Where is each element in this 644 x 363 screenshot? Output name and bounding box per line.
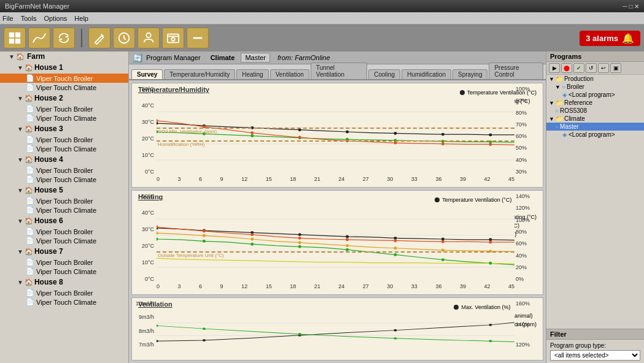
menu-tools[interactable]: Tools bbox=[21, 15, 37, 22]
house-4[interactable]: ▼ 🏠 House 4 bbox=[0, 153, 128, 166]
house7-climate[interactable]: 📄 Viper Touch Climate bbox=[0, 267, 128, 276]
prog-climate[interactable]: ▼ 📁 Climate bbox=[546, 115, 644, 123]
toolbar-person-btn[interactable] bbox=[138, 28, 160, 48]
house-6[interactable]: ▼ 🏠 House 6 bbox=[0, 215, 128, 227]
prog-local1[interactable]: ◈ <Local program> bbox=[546, 91, 644, 99]
ros-icon: ○ bbox=[555, 107, 559, 114]
prog-btn-grid[interactable]: ▣ bbox=[610, 63, 621, 73]
house-7[interactable]: ▼ 🏠 House 7 bbox=[0, 245, 128, 258]
window-controls[interactable]: ─ □ ✕ bbox=[623, 3, 639, 10]
sidebar: ▼ 🏠 Farm ▼ 🏠 House 1 📄 Viper Touch Broil… bbox=[0, 52, 129, 363]
farm-folder-icon: 🏠 bbox=[16, 53, 25, 61]
house3-climate[interactable]: 📄 Viper Touch Climate bbox=[0, 144, 128, 153]
house8-climate-label: Viper Touch Climate bbox=[36, 299, 96, 306]
toolbar-minus-btn[interactable] bbox=[187, 28, 209, 48]
house8-climate[interactable]: 📄 Viper Touch Climate bbox=[0, 297, 128, 307]
toolbar-photo-btn[interactable] bbox=[162, 28, 184, 48]
house5-climate[interactable]: 📄 Viper Touch Climate bbox=[0, 205, 128, 215]
house4-broiler[interactable]: 📄 Viper Touch Broiler bbox=[0, 166, 128, 175]
house1-label: House 1 bbox=[33, 62, 64, 73]
chart-temp-humidity: Temperature/Humidity Temperature Ventila… bbox=[131, 83, 543, 188]
house8-broiler-label: Viper Touch Broiler bbox=[36, 289, 93, 297]
house1-icon: 🏠 bbox=[25, 64, 33, 72]
toolbar-signal-btn[interactable] bbox=[28, 28, 50, 48]
farm-root[interactable]: ▼ 🏠 Farm bbox=[0, 52, 128, 61]
menu-options[interactable]: Options bbox=[44, 15, 67, 22]
tab-cooling[interactable]: Cooling bbox=[368, 69, 400, 79]
house3-broiler[interactable]: 📄 Viper Touch Broiler bbox=[0, 135, 128, 144]
prog-production[interactable]: ▼ 📁 Production bbox=[546, 75, 644, 83]
tab-survey[interactable]: Survey bbox=[131, 69, 163, 79]
main-layout: ▼ 🏠 Farm ▼ 🏠 House 1 📄 Viper Touch Broil… bbox=[0, 52, 644, 363]
svg-point-52 bbox=[298, 245, 301, 248]
svg-point-68 bbox=[298, 241, 301, 244]
tab-heating[interactable]: Heating bbox=[236, 69, 268, 79]
h4c-icon: 📄 bbox=[26, 175, 34, 183]
house-8[interactable]: ▼ 🏠 House 8 bbox=[0, 276, 128, 288]
house5-expand: ▼ bbox=[17, 187, 23, 194]
prog-ros5308[interactable]: ○ ROS5308 bbox=[546, 107, 644, 115]
house1-broiler[interactable]: 📄 Viper Touch Broiler bbox=[0, 74, 128, 83]
tab-bar: Survey Temperature/Humidity Heating Vent… bbox=[129, 64, 546, 80]
tab-spraying[interactable]: Spraying bbox=[452, 69, 487, 79]
alarm-badge[interactable]: 3 alarms 🔔 bbox=[580, 31, 640, 46]
svg-point-63 bbox=[441, 240, 444, 243]
tab-temp-humidity[interactable]: Temperature/Humidity bbox=[164, 69, 235, 79]
svg-point-82 bbox=[298, 333, 301, 335]
house2-broiler[interactable]: 📄 Viper Touch Broiler bbox=[0, 104, 128, 113]
house2-icon: 🏠 bbox=[25, 94, 33, 102]
prog-master[interactable]: ○ Master bbox=[546, 123, 644, 131]
prog-reference[interactable]: ▼ 📁 Reference bbox=[546, 99, 644, 107]
house6-expand: ▼ bbox=[17, 218, 23, 224]
chart2-y-right: 140%120%100%80%60%40%20%0% bbox=[514, 191, 538, 282]
toolbar-edit-btn[interactable] bbox=[88, 28, 111, 48]
svg-rect-2 bbox=[9, 39, 14, 44]
alarm-icon: 🔔 bbox=[622, 32, 634, 44]
ref-label: Reference bbox=[564, 99, 592, 106]
menu-file[interactable]: File bbox=[2, 15, 14, 22]
prog-btn-stop[interactable]: ⬤ bbox=[561, 63, 572, 73]
pm-master-tab[interactable]: Master bbox=[241, 53, 270, 63]
tab-tunnel[interactable]: Tunnel Ventilation bbox=[311, 63, 367, 79]
svg-point-81 bbox=[203, 327, 206, 330]
menu-help[interactable]: Help bbox=[74, 15, 88, 22]
tab-humid[interactable]: Humidification bbox=[402, 69, 451, 79]
house7-broiler[interactable]: 📄 Viper Touch Broiler bbox=[0, 258, 128, 267]
chart3-inner bbox=[157, 310, 514, 349]
house1-climate[interactable]: 📄 Viper Touch Climate bbox=[0, 83, 128, 92]
svg-point-76 bbox=[203, 339, 206, 342]
farm-expand-icon: ▼ bbox=[9, 53, 15, 60]
toolbar-refresh-btn[interactable] bbox=[53, 28, 75, 48]
program-group-type-select[interactable]: <all items selected> bbox=[550, 350, 640, 361]
toolbar-grid-btn[interactable] bbox=[4, 28, 26, 48]
house-5[interactable]: ▼ 🏠 House 5 bbox=[0, 184, 128, 196]
tab-ventilation[interactable]: Ventilation bbox=[270, 69, 309, 79]
prog-local2[interactable]: ◈ <Local program> bbox=[546, 131, 644, 139]
svg-rect-0 bbox=[9, 32, 14, 37]
programs-section: Programs ▶ ⬤ ✔ ↺ ↩ ▣ ▼ 📁 Production ▼ ○ … bbox=[546, 52, 644, 329]
prog-btn-play[interactable]: ▶ bbox=[549, 63, 560, 73]
prog-btn-check[interactable]: ✔ bbox=[573, 63, 584, 73]
farm-label: Farm bbox=[27, 52, 45, 61]
house6-broiler[interactable]: 📄 Viper Touch Broiler bbox=[0, 227, 128, 236]
prog-broiler[interactable]: ▼ ○ Broiler bbox=[546, 83, 644, 91]
chart1-annot1: CO2 Min. Ventilation (ppm) bbox=[157, 128, 514, 134]
house2-climate[interactable]: 📄 Viper Touch Climate bbox=[0, 113, 128, 123]
house-2[interactable]: ▼ 🏠 House 2 bbox=[0, 92, 128, 104]
house8-broiler[interactable]: 📄 Viper Touch Broiler bbox=[0, 288, 128, 297]
app-title: BigFarmNet Manager bbox=[5, 2, 69, 10]
tab-pressure[interactable]: Pressure Control bbox=[489, 63, 543, 79]
house3-label: House 3 bbox=[33, 123, 64, 134]
h5b-icon: 📄 bbox=[26, 197, 34, 205]
house5-broiler[interactable]: 📄 Viper Touch Broiler bbox=[0, 196, 128, 205]
chart1-y-right: 100%90%80%70%60%50%40%30% bbox=[514, 83, 538, 175]
house-3[interactable]: ▼ 🏠 House 3 bbox=[0, 123, 128, 135]
house6-climate[interactable]: 📄 Viper Touch Climate bbox=[0, 236, 128, 245]
toolbar-clock-btn[interactable] bbox=[113, 28, 135, 48]
house4-climate[interactable]: 📄 Viper Touch Climate bbox=[0, 175, 128, 184]
svg-point-61 bbox=[346, 238, 349, 241]
house-1[interactable]: ▼ 🏠 House 1 bbox=[0, 61, 128, 74]
house8-icon: 🏠 bbox=[25, 278, 33, 286]
prog-btn-refresh[interactable]: ↺ bbox=[586, 63, 597, 73]
prog-btn-undo[interactable]: ↩ bbox=[598, 63, 609, 73]
